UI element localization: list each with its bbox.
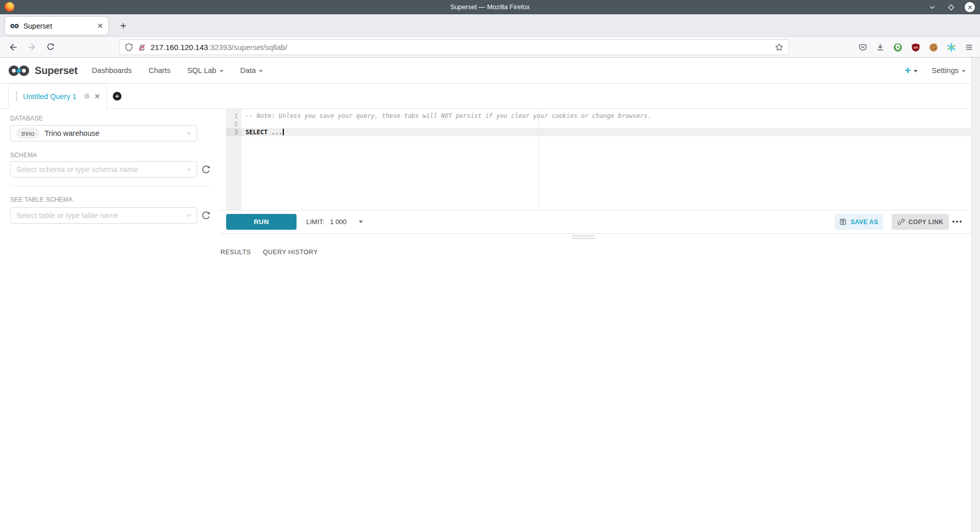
schema-placeholder: Select schema or type schema name [16, 165, 138, 174]
editor-bottom-border [219, 210, 971, 210]
url-host: 217.160.120.143 [151, 43, 208, 52]
limit-label: LIMIT: [306, 218, 324, 226]
sql-code-line: SELECT ... [246, 128, 284, 136]
add-query-tab-button[interactable] [113, 92, 121, 101]
browser-tab-strip: Superset [0, 14, 980, 37]
pane-divider [219, 233, 971, 234]
privacy-badger-icon[interactable] [893, 43, 902, 52]
schema-label: SCHEMA [10, 152, 37, 159]
nav-sql-lab[interactable]: SQL Lab [187, 66, 224, 75]
download-icon[interactable] [876, 43, 885, 52]
shield-icon[interactable] [125, 43, 133, 52]
refresh-schemas-icon[interactable] [201, 164, 211, 175]
query-tab-active[interactable]: Untitled Query 1 [8, 84, 107, 109]
limit-dropdown[interactable]: LIMIT: 1 000 [306, 214, 363, 230]
menu-icon[interactable] [965, 43, 973, 52]
sidebar-divider [10, 186, 211, 186]
nav-data[interactable]: Data [240, 66, 263, 75]
superset-navbar: Superset Dashboards Charts SQL Lab Data … [0, 58, 980, 84]
url-text[interactable]: 217.160.120.143:32393/superset/sqllab/ [151, 43, 770, 52]
query-tab-label: Untitled Query 1 [23, 92, 80, 101]
window-titlebar: Superset — Mozilla Firefox [0, 0, 980, 14]
save-as-button[interactable]: SAVE AS [835, 214, 883, 230]
line-number: 2 [226, 120, 241, 128]
refresh-tables-icon[interactable] [201, 210, 211, 221]
url-path: :32393/superset/sqllab/ [208, 43, 287, 52]
browser-toolbar: 217.160.120.143:32393/superset/sqllab/ u… [0, 37, 980, 58]
copy-link-button[interactable]: COPY LINK [892, 214, 949, 230]
plus-icon: + [904, 65, 911, 76]
settings-menu[interactable]: Settings [932, 66, 966, 75]
superset-favicon-icon [10, 23, 19, 29]
link-icon [897, 218, 905, 226]
superset-infinity-icon [7, 64, 31, 77]
schema-select[interactable]: Select schema or type schema name [10, 161, 197, 178]
sql-comment-line: -- Note: Unless you save your query, the… [246, 112, 651, 120]
sql-code-rest: ... [267, 129, 282, 136]
limit-value: 1 000 [330, 218, 347, 226]
database-label: DATABASE [10, 115, 43, 122]
ellipsis-icon[interactable] [952, 217, 962, 226]
active-line-highlight [226, 128, 971, 136]
window-maximize-button[interactable] [946, 2, 956, 12]
forward-icon[interactable] [24, 39, 39, 55]
database-select[interactable]: trino Trino warehouse [10, 125, 197, 141]
save-icon [839, 218, 847, 226]
query-tab-close-icon[interactable] [94, 93, 100, 99]
table-placeholder: Select table or type table name [16, 211, 118, 220]
superset-logo[interactable]: Superset [7, 64, 78, 77]
back-icon[interactable] [5, 39, 20, 55]
reload-icon[interactable] [43, 39, 58, 55]
chevron-down-icon [259, 70, 263, 72]
page-scrollbar[interactable] [971, 58, 980, 532]
nav-dashboards[interactable]: Dashboards [92, 66, 132, 75]
pane-resize-handle[interactable] [572, 235, 595, 240]
nav-charts[interactable]: Charts [149, 66, 170, 75]
ublock-icon[interactable]: uO [911, 43, 920, 52]
pocket-icon[interactable] [859, 43, 867, 52]
tab-results[interactable]: RESULTS [220, 249, 251, 256]
browser-tab-close-icon[interactable] [97, 22, 104, 29]
run-button[interactable]: RUN [226, 214, 297, 230]
database-value: Trino warehouse [44, 129, 99, 137]
query-tab-strip: Untitled Query 1 [0, 84, 971, 109]
window-close-button[interactable] [965, 2, 975, 12]
line-number: 1 [226, 112, 241, 120]
chevron-down-icon [962, 70, 966, 72]
line-number: 3 [226, 128, 241, 136]
table-schema-label: SEE TABLE SCHEMA [10, 196, 72, 203]
chevron-down-icon [186, 166, 192, 173]
database-type-badge: trino [16, 128, 39, 139]
window-title: Superset — Mozilla Firefox [0, 0, 980, 14]
new-item-button[interactable]: + [904, 65, 917, 76]
tab-query-history[interactable]: QUERY HISTORY [263, 249, 318, 256]
lock-slash-icon[interactable] [138, 43, 146, 52]
query-status-dot [84, 93, 90, 99]
bookmark-star-icon[interactable] [775, 43, 783, 52]
sql-keyword: SELECT [246, 129, 267, 136]
chevron-down-icon [219, 70, 224, 72]
chevron-down-icon [186, 212, 192, 219]
brand-text: Superset [35, 65, 78, 77]
chevron-down-icon [914, 70, 918, 72]
print-margin-line [538, 109, 539, 210]
cookie-icon[interactable] [929, 43, 938, 52]
table-select[interactable]: Select table or type table name [10, 207, 197, 224]
url-bar[interactable]: 217.160.120.143:32393/superset/sqllab/ [119, 39, 789, 55]
chevron-down-icon [359, 221, 363, 223]
new-tab-button[interactable] [115, 18, 131, 33]
window-minimize-button[interactable] [927, 2, 937, 12]
browser-tab-title: Superset [23, 22, 93, 30]
chevron-down-icon [186, 130, 192, 136]
svg-text:uO: uO [914, 46, 918, 49]
multi-color-asterisk-icon[interactable] [947, 43, 956, 52]
browser-tab-superset[interactable]: Superset [5, 17, 108, 35]
text-cursor [283, 129, 284, 135]
drag-handle-icon[interactable] [16, 95, 17, 97]
